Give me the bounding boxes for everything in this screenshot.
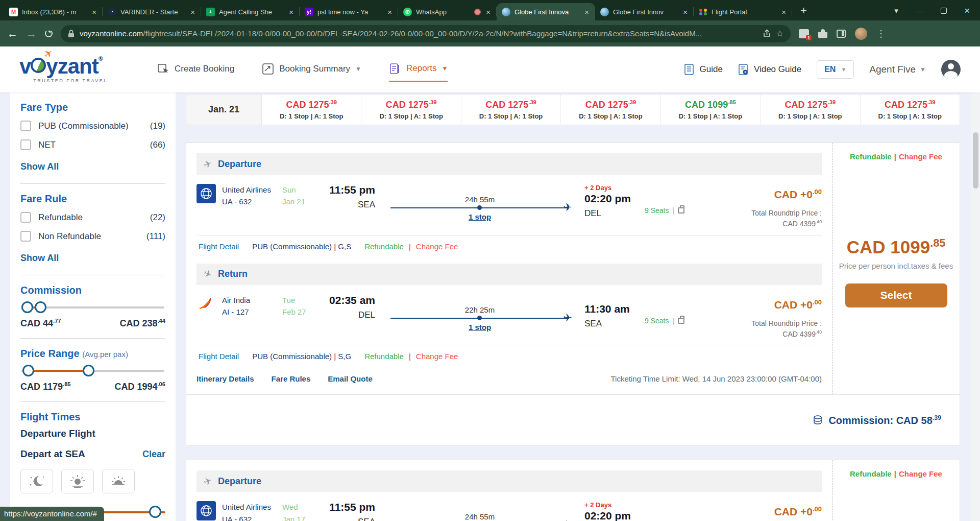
clear-button[interactable]: Clear	[142, 449, 165, 460]
time-evening-button[interactable]	[102, 469, 135, 493]
commission-coins-icon	[812, 415, 823, 426]
voyzant-logo[interactable]: ✈ vyzant® TRUSTED FOR TRAVEL	[19, 56, 121, 83]
tab-close-icon[interactable]: ×	[288, 8, 295, 16]
filter-net[interactable]: NET (66)	[20, 139, 165, 150]
flight-detail-link[interactable]: Flight Detail	[199, 242, 239, 251]
strip-price-cell-best[interactable]: CAD 1099.85 D: 1 Stop | A: 1 Stop	[661, 94, 761, 125]
change-fee-link[interactable]: Change Fee	[899, 469, 942, 478]
checkbox[interactable]	[20, 121, 31, 131]
chevron-down-icon: ▼	[355, 65, 361, 73]
checkbox[interactable]	[20, 139, 31, 150]
tab-close-icon[interactable]: ×	[189, 8, 196, 16]
tab-close-icon[interactable]: ×	[780, 8, 787, 16]
price-range-slider[interactable]	[21, 365, 164, 377]
change-fee-link[interactable]: Change Fee	[416, 242, 458, 251]
tab-whatsapp[interactable]: ✆ WhatsApp ×	[398, 3, 497, 20]
booking-summary-icon	[262, 63, 274, 75]
tab-flight-portal[interactable]: Flight Portal ×	[694, 3, 792, 20]
tab-close-icon[interactable]: ×	[485, 8, 492, 16]
agent-menu[interactable]: Agent Five ▼	[869, 64, 926, 75]
select-button[interactable]: Select	[845, 283, 947, 307]
email-quote-link[interactable]: Email Quote	[328, 374, 373, 383]
itinerary-details-link[interactable]: Itinerary Details	[197, 374, 254, 383]
strip-price-cell[interactable]: CAD 1275.39 D: 1 Stop | A: 1 Stop	[361, 94, 461, 125]
browser-profile-avatar[interactable]	[855, 28, 867, 40]
video-guide-link[interactable]: Video Guide	[738, 63, 801, 76]
refundable-tag: Refundable	[850, 152, 892, 161]
total-price: CAD 1099.85	[839, 236, 953, 257]
language-select[interactable]: EN ▼	[817, 60, 854, 79]
fare-delta: CAD +0.00	[702, 188, 822, 201]
fare-type-show-all[interactable]: Show All	[20, 161, 59, 172]
strip-price-cell[interactable]: CAD 1275.39 D: 1 Stop | A: 1 Stop	[761, 94, 860, 125]
tab-globe-first-active[interactable]: Globe First Innova ×	[497, 3, 595, 20]
side-panel-icon[interactable]	[837, 30, 846, 38]
scrollbar-thumb[interactable]	[973, 132, 978, 188]
time-night-button[interactable]	[20, 469, 53, 493]
flight-number: AI - 127	[222, 306, 282, 318]
strip-price-cell[interactable]: CAD 1275.39 D: 1 Stop | A: 1 Stop	[561, 94, 660, 125]
lock-icon	[68, 30, 75, 38]
united-airlines-logo	[197, 184, 216, 203]
page-scrollbar[interactable]: ▲	[971, 46, 980, 521]
arrival-time: 11:30 am	[584, 303, 645, 315]
commission-title: Commission	[20, 285, 165, 296]
flight-detail-link[interactable]: Flight Detail	[199, 352, 239, 361]
arrival-slider-handle[interactable]	[149, 506, 161, 518]
tab-globe-first-2[interactable]: Globe First Innov ×	[595, 3, 694, 20]
commission-slider[interactable]	[21, 301, 164, 314]
time-morning-button[interactable]	[61, 469, 94, 493]
change-fee-link[interactable]: Change Fee	[899, 152, 942, 161]
address-bar[interactable]: voyzantonline.com/flightresult/SEA-DEL/2…	[61, 25, 791, 42]
price-slider-handle-max[interactable]	[83, 365, 94, 376]
globe-first-icon	[600, 8, 609, 16]
filter-refundable[interactable]: Refundable (22)	[20, 212, 165, 223]
user-avatar[interactable]	[941, 60, 961, 79]
window-maximize-button[interactable]	[941, 8, 947, 14]
share-icon[interactable]	[763, 29, 771, 38]
filters-sidebar: Fare Type PUB (Commissionable) (19) NET …	[10, 92, 176, 521]
commission-footer: Commission: CAD 58.39	[186, 394, 960, 445]
tab-close-icon[interactable]: ×	[583, 8, 590, 16]
browser-menu-icon[interactable]: ⋮	[876, 28, 886, 39]
extension-notification-icon[interactable]: 1	[799, 29, 809, 38]
commission-slider-handle-min[interactable]	[21, 301, 33, 313]
nav-booking-summary[interactable]: Booking Summary ▼	[262, 58, 361, 81]
tab-varinder[interactable]: ◔ VARINDER - Starte ×	[103, 3, 201, 20]
tab-close-icon[interactable]: ×	[682, 8, 689, 16]
stop-dot-icon	[477, 205, 482, 210]
strip-price-cell[interactable]: CAD 1275.39 D: 1 Stop | A: 1 Stop	[461, 94, 561, 125]
refresh-button[interactable]	[45, 30, 53, 37]
stops-link[interactable]: 1 stop	[464, 323, 495, 331]
price-slider-handle-min[interactable]	[22, 365, 34, 376]
checkbox[interactable]	[20, 212, 31, 223]
stops-link[interactable]: 1 stop	[464, 212, 495, 221]
commission-slider-handle-max[interactable]	[35, 301, 46, 313]
fare-rule-show-all[interactable]: Show All	[20, 253, 59, 264]
guide-link[interactable]: Guide	[684, 63, 723, 76]
checkbox[interactable]	[20, 231, 31, 242]
strip-price-cell[interactable]: CAD 1275.39 D: 1 Stop | A: 1 Stop	[861, 94, 960, 125]
date-price-strip: Jan. 21 CAD 1275.39 D: 1 Stop | A: 1 Sto…	[186, 94, 960, 125]
fare-rules-link[interactable]: Fare Rules	[272, 374, 311, 383]
tab-close-icon[interactable]: ×	[91, 8, 97, 16]
extensions-puzzle-icon[interactable]	[818, 29, 827, 38]
filter-pub-commissionable[interactable]: PUB (Commissionable) (19)	[20, 121, 165, 131]
nav-create-booking[interactable]: Create Booking	[157, 58, 234, 81]
united-airlines-logo	[197, 501, 216, 520]
filter-non-refundable[interactable]: Non Refundable (111)	[20, 231, 165, 242]
window-close-button[interactable]: ×	[964, 5, 970, 16]
change-fee-link[interactable]: Change Fee	[416, 352, 458, 361]
new-tab-button[interactable]: +	[792, 4, 815, 20]
tab-agent-calling-sheet[interactable]: + Agent Calling She ×	[201, 3, 300, 20]
tab-inbox[interactable]: M Inbox (23,336) - m ×	[4, 3, 103, 20]
bookmark-star-icon[interactable]: ☆	[776, 29, 783, 38]
tab-close-icon[interactable]: ×	[386, 8, 393, 16]
forward-button[interactable]: →	[26, 28, 37, 40]
window-minimize-button[interactable]: —	[916, 7, 923, 15]
back-button[interactable]: ←	[7, 28, 18, 40]
window-menu-chevron-icon[interactable]: ▾	[894, 6, 898, 15]
tab-pst-time[interactable]: y! pst time now - Ya ×	[300, 3, 398, 20]
strip-price-cell[interactable]: CAD 1275.39 D: 1 Stop | A: 1 Stop	[262, 94, 361, 125]
nav-reports[interactable]: Reports ▼	[389, 57, 448, 82]
